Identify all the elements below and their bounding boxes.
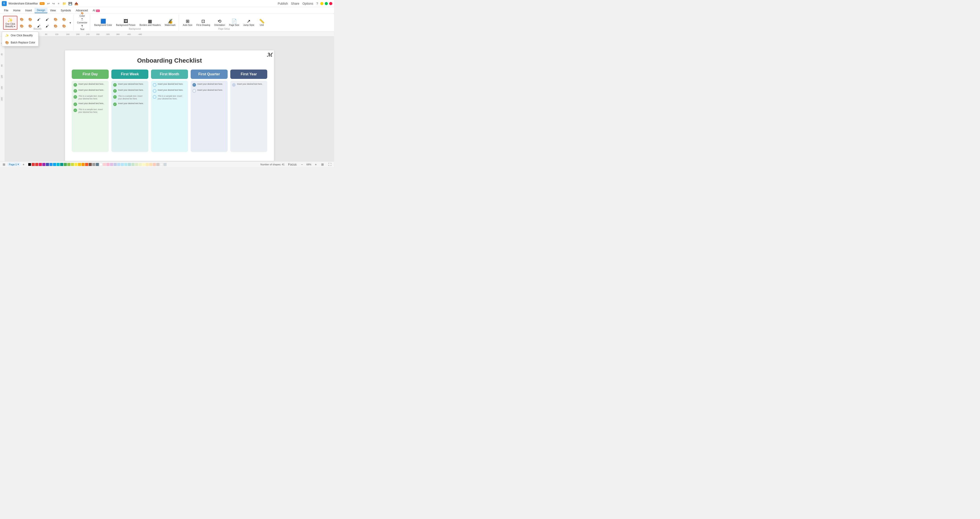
color-button[interactable]: 🎨 Color ▾ — [76, 13, 89, 19]
minimize-button[interactable] — [320, 2, 323, 5]
canvas-area[interactable]: ℳ Onboarding Checklist First Day ✓ Inser… — [5, 37, 334, 161]
connector-button[interactable]: ↔ Connector ▾ — [76, 20, 89, 26]
svg-text:160: 160 — [1, 86, 3, 89]
style-btn-12[interactable]: 🎨 — [60, 23, 68, 29]
swatch-brown-100[interactable] — [156, 163, 159, 166]
fit-page-button[interactable]: ⊞ — [320, 162, 325, 167]
focus-button[interactable]: Focus — [287, 162, 298, 167]
swatch-amber-100[interactable] — [146, 163, 149, 166]
swatch-red-1[interactable] — [32, 163, 35, 166]
swatch-red-2[interactable] — [35, 163, 38, 166]
swatch-grey[interactable] — [92, 163, 95, 166]
swatch-transparent[interactable] — [28, 163, 31, 166]
auto-size-button[interactable]: ⊞ Auto Size — [181, 16, 194, 30]
style-btn-5[interactable]: 🖌 — [35, 16, 43, 22]
swatch-teal[interactable] — [60, 163, 63, 166]
add-page-button[interactable]: + — [22, 162, 25, 167]
background-color-button[interactable]: 🟦 Background Color — [92, 16, 114, 30]
page-grid-button[interactable]: ⊞ — [2, 162, 6, 167]
swatch-teal-100[interactable] — [128, 163, 131, 166]
text-day-3: This is a sample text. Insert your desir… — [78, 95, 107, 100]
one-click-beautify-button[interactable]: ✨ One ClickBeautify ▾ — [3, 16, 18, 30]
menu-file[interactable]: File — [2, 8, 11, 13]
style-btn-10[interactable]: 🎨 — [60, 16, 68, 22]
swatch-white[interactable] — [99, 163, 102, 166]
swatch-green-100[interactable] — [131, 163, 135, 166]
close-button[interactable] — [329, 2, 332, 5]
page-tab-1[interactable]: Page-1 ▾ — [7, 162, 21, 166]
help-button[interactable]: ? — [315, 2, 319, 6]
menu-insert[interactable]: Insert — [23, 8, 34, 13]
swatch-purple-100[interactable] — [110, 163, 113, 166]
swatch-lime-100[interactable] — [138, 163, 142, 166]
style-btn-3[interactable]: 🎨 — [18, 23, 26, 29]
swatch-blue-100[interactable] — [117, 163, 120, 166]
fullscreen-button[interactable]: ⛶ — [328, 162, 332, 167]
maximize-button[interactable] — [325, 2, 328, 5]
options-button[interactable]: Options — [302, 2, 314, 6]
share-button[interactable]: Share — [290, 2, 300, 6]
swatch-indigo-100[interactable] — [114, 163, 117, 166]
open-button[interactable]: 📁 — [62, 2, 67, 6]
style-btn-2[interactable]: 🎨 — [26, 16, 34, 22]
zoom-in-button[interactable]: + — [314, 162, 318, 167]
swatch-amber[interactable] — [78, 163, 81, 166]
menu-view[interactable]: View — [48, 8, 58, 13]
swatch-light-green-100[interactable] — [135, 163, 138, 166]
borders-headers-button[interactable]: ▦ Borders and Headers — [138, 16, 162, 30]
swatch-pink-100[interactable] — [103, 163, 106, 166]
zoom-out-button[interactable]: − — [300, 162, 304, 167]
style-btn-11[interactable]: 🎨 — [52, 23, 60, 29]
swatch-cyan-100[interactable] — [124, 163, 127, 166]
watermark-icon: 🔏 — [167, 19, 173, 23]
swatch-blue[interactable] — [49, 163, 52, 166]
swatch-brown[interactable] — [89, 163, 92, 166]
swatch-pink-100b[interactable] — [107, 163, 110, 166]
export-button[interactable]: 📤 — [73, 2, 79, 6]
swatch-cyan[interactable] — [57, 163, 60, 166]
menu-design[interactable]: Design — [35, 8, 47, 13]
style-btn-4[interactable]: 🎨 — [26, 23, 34, 29]
style-btn-6[interactable]: 🖌 — [43, 16, 51, 22]
fit-icon: ⊡ — [201, 19, 205, 23]
menu-ai[interactable]: AI hot — [91, 8, 102, 13]
swatch-indigo[interactable] — [46, 163, 49, 166]
style-btn-8[interactable]: 🖌 — [43, 23, 51, 29]
style-btn-1[interactable]: 🎨 — [18, 16, 26, 22]
swatch-light-blue[interactable] — [53, 163, 56, 166]
swatch-green[interactable] — [64, 163, 67, 166]
swatch-deep-orange[interactable] — [85, 163, 88, 166]
swatch-deep-orange-100[interactable] — [153, 163, 156, 166]
swatch-light-blue-100[interactable] — [121, 163, 124, 166]
menu-home[interactable]: Home — [11, 8, 22, 13]
text-day-1: Insert your desired text here. — [78, 83, 104, 86]
unit-button[interactable]: 📏 Unit — [256, 16, 267, 30]
swatch-purple[interactable] — [42, 163, 45, 166]
undo-button[interactable]: ↩ — [46, 2, 51, 6]
status-right: Number of shapes: 41 Focus − 68% + ⊞ ⛶ — [260, 162, 332, 167]
style-btn-9[interactable]: 🎨 — [52, 16, 60, 22]
save-button[interactable]: 💾 — [67, 2, 73, 6]
swatch-grey-100[interactable] — [160, 163, 163, 166]
new-button[interactable]: ＋ — [56, 1, 61, 6]
jump-style-button[interactable]: ↗ Jump Style — [242, 16, 256, 30]
swatch-yellow[interactable] — [75, 163, 78, 166]
swatch-blue-grey[interactable] — [96, 163, 99, 166]
swatch-light-green[interactable] — [67, 163, 70, 166]
watermark-button[interactable]: 🔏 Watermark — [163, 16, 177, 30]
fit-to-drawing-button[interactable]: ⊡ Fit to Drawing — [195, 16, 212, 30]
app-name: Wondershare EdrawMax — [8, 2, 38, 5]
swatch-pink[interactable] — [39, 163, 42, 166]
menu-symbols[interactable]: Symbols — [59, 8, 73, 13]
swatch-orange-100[interactable] — [149, 163, 152, 166]
swatch-blue-grey-100[interactable] — [164, 163, 167, 166]
swatch-yellow-100[interactable] — [142, 163, 145, 166]
batch-replace-color-item[interactable]: 🎨 Batch Replace Color — [2, 39, 38, 46]
expand-button[interactable]: ▾ — [68, 19, 72, 26]
swatch-lime[interactable] — [71, 163, 74, 166]
toolbar-page-setup-section: ⊞ Auto Size ⊡ Fit to Drawing ⟲ Orientati… — [180, 15, 268, 30]
publish-button[interactable]: Publish — [277, 2, 289, 6]
one-click-beautify-item[interactable]: ✨ One Click Beautify — [2, 32, 38, 39]
swatch-orange[interactable] — [81, 163, 84, 166]
redo-button[interactable]: ↪ — [51, 2, 56, 6]
